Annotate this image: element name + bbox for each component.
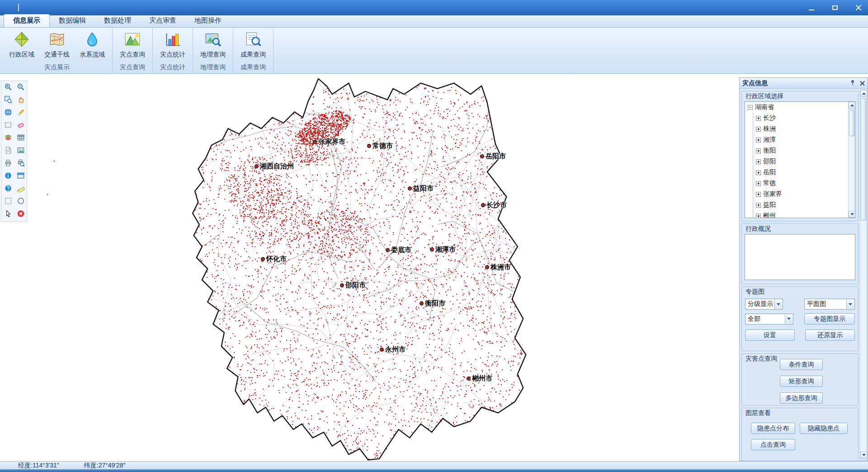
attribute-table-button[interactable] (14, 132, 27, 145)
panel-scroll-down-button[interactable] (860, 452, 867, 458)
panel-close-icon[interactable] (860, 81, 865, 86)
tree-scroll-thumb[interactable] (849, 110, 854, 136)
tree-expander-icon[interactable] (756, 159, 761, 164)
tree-item-9[interactable]: 益阳 (753, 200, 855, 210)
tree-item-label[interactable]: 长沙 (763, 114, 776, 122)
document-button[interactable] (2, 145, 14, 157)
ribbon-button-result-query[interactable]: 成果查询 (236, 29, 271, 62)
tree-item-label[interactable]: 湖南省 (755, 103, 774, 111)
menu-tab-2[interactable]: 数据编辑 (50, 14, 95, 27)
tree-expander-icon[interactable] (756, 116, 761, 121)
tree-item-root[interactable]: 湖南省 (745, 102, 855, 113)
menu-tab-3[interactable]: 数据处理 (95, 14, 140, 27)
zoom-in-button[interactable] (2, 81, 14, 94)
tree-item-4[interactable]: 衡阳 (753, 145, 855, 156)
ribbon-button-disaster-stats[interactable]: 灾点统计 (155, 29, 190, 62)
tree-item-label[interactable]: 张家界 (763, 190, 782, 198)
pan-button[interactable] (14, 94, 27, 107)
menu-tab-5[interactable]: 地图操作 (185, 14, 231, 27)
print-preview-button[interactable] (14, 157, 27, 170)
panel-scrollbar[interactable] (860, 90, 867, 459)
info-button[interactable] (2, 170, 14, 183)
map-canvas[interactable] (0, 74, 739, 461)
circle-select-button[interactable] (14, 195, 27, 208)
tree-item-label[interactable]: 株洲 (763, 125, 776, 133)
tree-item-2[interactable]: 株洲 (753, 124, 855, 134)
tree-expander-icon[interactable] (756, 138, 761, 143)
panel-scroll-up-button[interactable] (860, 90, 867, 97)
help-button[interactable] (2, 183, 14, 195)
tree-item-8[interactable]: 张家界 (753, 189, 855, 200)
pointer-icon (4, 210, 12, 219)
restore-display-button[interactable]: 还原显示 (805, 329, 855, 341)
draw-line-button[interactable] (14, 107, 27, 119)
tree-item-label[interactable]: 湘潭 (763, 136, 776, 144)
tree-item-3[interactable]: 湘潭 (753, 134, 855, 145)
tree-item-label[interactable]: 常德 (763, 179, 776, 187)
chevron-down-icon[interactable] (785, 315, 793, 324)
ribbon-button-water[interactable]: 水系流域 (75, 29, 110, 62)
tree-item-label[interactable]: 邵阳 (763, 157, 776, 166)
globe-button[interactable] (2, 107, 14, 119)
overview-window-button[interactable] (14, 170, 27, 183)
select-rectangle-button[interactable] (2, 119, 14, 132)
tree-scroll-down-button[interactable] (849, 211, 855, 218)
pointer-button[interactable] (2, 208, 14, 221)
hide-hazard-points-button[interactable]: 隐藏隐患点 (800, 423, 848, 434)
all-filter-select[interactable]: 全部 (745, 314, 793, 324)
eraser-button[interactable] (14, 119, 27, 132)
condition-query-button[interactable]: 条件查询 (780, 359, 823, 370)
close-button[interactable] (853, 3, 864, 13)
measure-button[interactable] (14, 183, 27, 195)
tree-scroll-up-button[interactable] (849, 102, 855, 109)
tree-item-1[interactable]: 长沙 (753, 113, 855, 124)
map-area[interactable]: 张家界市常德市岳阳市湘西自治州益阳市长沙市娄底市湘潭市株洲市怀化市邵阳市衡阳市永… (0, 74, 739, 461)
ribbon-group: 行政区域交通干线水系流域灾点展示 (2, 28, 113, 73)
zoom-extent-button[interactable] (2, 94, 14, 107)
settings-button[interactable]: 设置 (745, 329, 795, 341)
rectangle-query-button[interactable]: 矩形查询 (780, 376, 823, 387)
layers-button[interactable] (2, 132, 14, 145)
ribbon-button-geo-query[interactable]: 地理查询 (195, 29, 231, 62)
chevron-down-icon[interactable] (846, 300, 854, 309)
tree-item-6[interactable]: 岳阳 (753, 167, 855, 178)
tree-expander-icon[interactable] (756, 127, 761, 132)
tree-item-5[interactable]: 邵阳 (753, 156, 855, 167)
tree-item-label[interactable]: 益阳 (763, 201, 776, 209)
ribbon-button-region[interactable]: 行政区域 (4, 29, 39, 62)
tree-expander-icon[interactable] (748, 105, 753, 110)
flat-map-select[interactable]: 平面图 (804, 299, 855, 310)
menu-tab-1[interactable]: 信息展示 (4, 14, 50, 27)
polygon-query-button[interactable]: 多边形查询 (780, 392, 823, 404)
print-button[interactable] (2, 157, 14, 170)
minimize-button[interactable] (806, 3, 817, 13)
tree-item-label[interactable]: 衡阳 (763, 147, 776, 155)
region-overview-textarea[interactable] (745, 234, 855, 280)
tree-expander-icon[interactable] (756, 148, 761, 153)
dashed-select-button[interactable] (2, 195, 14, 208)
image-export-button[interactable] (14, 145, 27, 157)
menu-tab-4[interactable]: 灾点审查 (140, 14, 185, 27)
panel-scroll-thumb[interactable] (861, 98, 866, 220)
hazard-distribution-button[interactable]: 隐患点分布 (751, 423, 795, 434)
click-query-button[interactable]: 点击查询 (751, 439, 795, 450)
chevron-down-icon[interactable] (774, 300, 782, 309)
ribbon-button-traffic[interactable]: 交通干线 (39, 29, 75, 62)
tree-scrollbar[interactable] (848, 102, 855, 218)
tree-expander-icon[interactable] (756, 170, 761, 175)
tree-item-label[interactable]: 郴州 (763, 212, 776, 218)
pin-icon[interactable] (850, 79, 855, 87)
tree-expander-icon[interactable] (756, 192, 761, 197)
tree-expander-icon[interactable] (756, 181, 761, 186)
tree-item-10[interactable]: 郴州 (753, 210, 855, 218)
zoom-out-button[interactable] (14, 81, 27, 94)
tree-expander-icon[interactable] (756, 203, 761, 208)
show-thematic-map-button[interactable]: 专题图显示 (804, 313, 855, 324)
grading-display-select[interactable]: 分级显示 (745, 299, 783, 310)
ribbon-button-disaster-query[interactable]: 灾点查询 (115, 29, 150, 62)
clear-button[interactable] (14, 208, 27, 221)
tree-item-7[interactable]: 常德 (753, 178, 855, 189)
tree-item-label[interactable]: 岳阳 (763, 168, 776, 176)
tree-expander-icon[interactable] (756, 214, 761, 219)
maximize-button[interactable] (829, 3, 841, 13)
